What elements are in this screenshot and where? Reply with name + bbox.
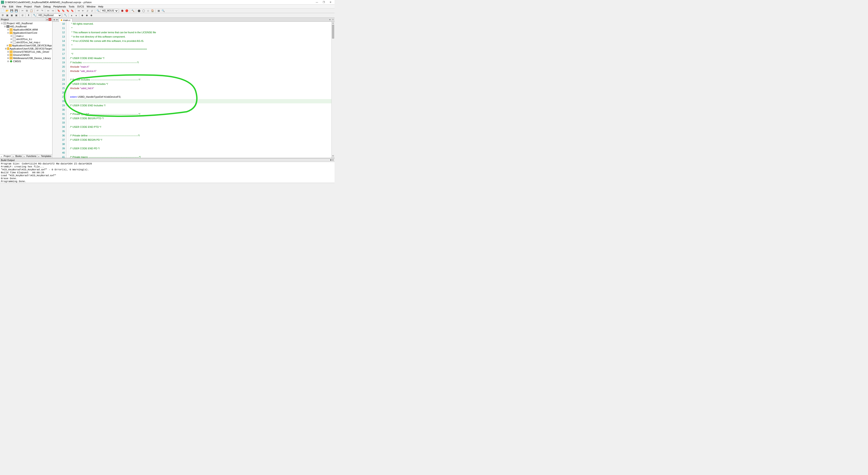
- save-all-icon[interactable]: 💾: [14, 9, 18, 13]
- tree-group-5[interactable]: ⊞Drivers/CMSIS: [0, 53, 52, 57]
- file-tab-main-c[interactable]: main.c: [59, 18, 72, 22]
- nav-back-icon[interactable]: ⇐: [46, 9, 50, 13]
- side-tab-project[interactable]: ▫Project: [0, 154, 12, 158]
- project-panel: Project ▾ × ⊟Project: HID_KeyBorad⊟HID_K…: [0, 18, 53, 158]
- panel-pin-icon[interactable]: ▾: [46, 18, 49, 21]
- paste-icon[interactable]: 📋: [29, 9, 33, 13]
- bookmark-prev-icon[interactable]: 🔖: [61, 9, 65, 13]
- tab-close-icon[interactable]: ×: [331, 18, 335, 22]
- menu-svcs[interactable]: SVCS: [76, 5, 85, 8]
- find-combo[interactable]: HID_MOUSE_ReportDesc: [100, 9, 119, 13]
- editor-area: ◄ ► main.c ▾ × 1011121314151617181920212…: [53, 18, 335, 158]
- side-tab-books[interactable]: ▫Books: [12, 154, 23, 158]
- menu-edit[interactable]: Edit: [8, 5, 15, 8]
- window-minimize-button[interactable]: —: [314, 0, 320, 4]
- menu-flash[interactable]: Flash: [33, 5, 42, 8]
- tree-group-3[interactable]: ⊞Application/User/USB_DEVICE/Target: [0, 47, 52, 50]
- menu-window[interactable]: Window: [85, 5, 97, 8]
- outdent-icon[interactable]: ⇤: [81, 9, 85, 13]
- target-options-icon[interactable]: 🔧: [33, 13, 37, 18]
- comment-icon[interactable]: //: [86, 9, 90, 13]
- tree-file-main-c[interactable]: ⊞main.c: [0, 34, 52, 37]
- bookmark-next-icon[interactable]: 🔖: [66, 9, 70, 13]
- cut-icon[interactable]: ✂: [20, 9, 24, 13]
- pack-icon[interactable]: ◆: [80, 13, 84, 18]
- build-panel-pin-icon[interactable]: ▾: [330, 158, 332, 161]
- batch-build-icon[interactable]: ▣: [14, 13, 18, 18]
- toolbar-build: ⚙ ▣ ▣ ▣ ⊘ ⬇ 🔧 HID_KeyBorad 🔧 ♦ ♦ ◆ ◆ ◆: [0, 13, 335, 18]
- menu-view[interactable]: View: [15, 5, 23, 8]
- tree-target[interactable]: ⊟HID_KeyBorad: [0, 25, 52, 28]
- options-icon[interactable]: 🔧: [64, 13, 68, 18]
- download-icon[interactable]: ⬇: [26, 13, 31, 18]
- pack2-icon[interactable]: ◆: [85, 13, 89, 18]
- tree-file-stm32f1xx_hal_msp-c[interactable]: ⊞stm32f1xx_hal_msp.c: [0, 41, 52, 44]
- tab-nav-fwd-icon[interactable]: ►: [56, 18, 59, 22]
- tree-group-1[interactable]: ⊟Application/User/Core: [0, 31, 52, 34]
- build-target-icon[interactable]: ▣: [5, 13, 9, 18]
- project-tree[interactable]: ⊟Project: HID_KeyBorad⊟HID_KeyBorad⊞Appl…: [0, 21, 52, 154]
- tree-group-2[interactable]: ⊞Application/User/USB_DEVICE/App: [0, 44, 52, 47]
- zoom-icon[interactable]: 🔍: [161, 9, 165, 13]
- tab-menu-icon[interactable]: ▾: [328, 18, 331, 22]
- code-editor[interactable]: 1011121314151617181920212223242526272829…: [53, 22, 335, 158]
- side-tab-templates[interactable]: ▫Templates: [37, 154, 53, 158]
- debug-icon[interactable]: 🐞: [120, 9, 124, 13]
- menu-file[interactable]: File: [1, 5, 8, 8]
- menu-help[interactable]: Help: [97, 5, 105, 8]
- window-close-button[interactable]: ✕: [327, 0, 334, 4]
- indent-icon[interactable]: ⇥: [76, 9, 81, 13]
- manage-icon[interactable]: ♦: [70, 13, 74, 18]
- step2-icon[interactable]: ◇: [146, 9, 150, 13]
- translate-icon[interactable]: ⚙: [1, 13, 5, 18]
- copy-icon[interactable]: ⧉: [25, 9, 29, 13]
- title-bar: D:\MDK5\CubeMX\HID_KeyBorad\MDK-ARM\HID_…: [0, 0, 335, 4]
- tree-group-4[interactable]: ⊞Drivers/STM32F1xx_HAL_Driver: [0, 50, 52, 53]
- stop-icon[interactable]: ⬤: [137, 9, 141, 13]
- manage2-icon[interactable]: ♦: [74, 13, 78, 18]
- toolbar-main: 📄 📂 💾 💾 ✂ ⧉ 📋 ↶ ↷ ⇐ ⇒ 🔖 🔖 🔖 🔖 ⇥ ⇤ // // …: [0, 8, 335, 13]
- app-icon: [1, 1, 4, 4]
- uncomment-icon[interactable]: //: [90, 9, 94, 13]
- tab-nav-back-icon[interactable]: ◄: [53, 18, 56, 22]
- fold-column[interactable]: [66, 22, 69, 158]
- build-icon[interactable]: 🔨: [131, 9, 135, 13]
- nav-fwd-icon[interactable]: ⇒: [51, 9, 55, 13]
- save-icon[interactable]: 💾: [10, 9, 14, 13]
- rebuild-icon[interactable]: ▣: [10, 13, 14, 18]
- tree-group-7[interactable]: ⊞CMSIS: [0, 60, 52, 63]
- panel-close-icon[interactable]: ×: [49, 18, 51, 21]
- menu-peripherals[interactable]: Peripherals: [52, 5, 67, 8]
- build-output-text[interactable]: Program Size: Code=11124 RO-data=372 RW-…: [0, 162, 335, 183]
- tree-group-6[interactable]: ⊞Middlewares/USB_Device_Library: [0, 57, 52, 60]
- status-bar: CMSIS-DAP Debugger L:28 C:1 CAP NUM SCRL…: [0, 183, 335, 184]
- bookmark-icon[interactable]: 🔖: [57, 9, 61, 13]
- open-file-icon[interactable]: 📂: [5, 9, 9, 13]
- step-icon[interactable]: ◯: [142, 9, 146, 13]
- breakpoint-icon[interactable]: 🔴: [125, 9, 129, 13]
- find-icon[interactable]: 🔍: [96, 9, 100, 13]
- tree-group-0[interactable]: ⊞Application/MDK-ARM: [0, 28, 52, 31]
- build-output-title: Build Output: [1, 159, 15, 161]
- side-tab-functions[interactable]: ▫Functions: [23, 154, 37, 158]
- menu-debug[interactable]: Debug: [42, 5, 52, 8]
- target-select[interactable]: HID_KeyBorad: [37, 13, 62, 17]
- window-maximize-button[interactable]: ❐: [320, 0, 327, 4]
- file-modified-icon: [61, 20, 62, 21]
- bookmark-clear-icon[interactable]: 🔖: [70, 9, 74, 13]
- menu-tools[interactable]: Tools: [67, 5, 76, 8]
- step3-icon[interactable]: 🏠: [151, 9, 155, 13]
- side-tabs: ▫Project▫Books▫Functions▫Templates: [0, 154, 52, 158]
- stop-build-icon[interactable]: ⊘: [20, 13, 24, 18]
- menu-project[interactable]: Project: [23, 5, 33, 8]
- menu-bar: FileEditViewProjectFlashDebugPeripherals…: [0, 4, 335, 8]
- new-file-icon[interactable]: 📄: [1, 9, 5, 13]
- tree-file-stm32f1xx_it-c[interactable]: ⊞stm32f1xx_it.c: [0, 37, 52, 41]
- undo-icon[interactable]: ↶: [35, 9, 39, 13]
- window-icon[interactable]: ▦: [157, 9, 161, 13]
- redo-icon[interactable]: ↷: [40, 9, 44, 13]
- build-panel-close-icon[interactable]: ×: [332, 158, 334, 161]
- pack3-icon[interactable]: ◆: [89, 13, 93, 18]
- tree-project-root[interactable]: ⊟Project: HID_KeyBorad: [0, 22, 52, 25]
- code-content[interactable]: * All rights reserved. * * This software…: [69, 22, 335, 158]
